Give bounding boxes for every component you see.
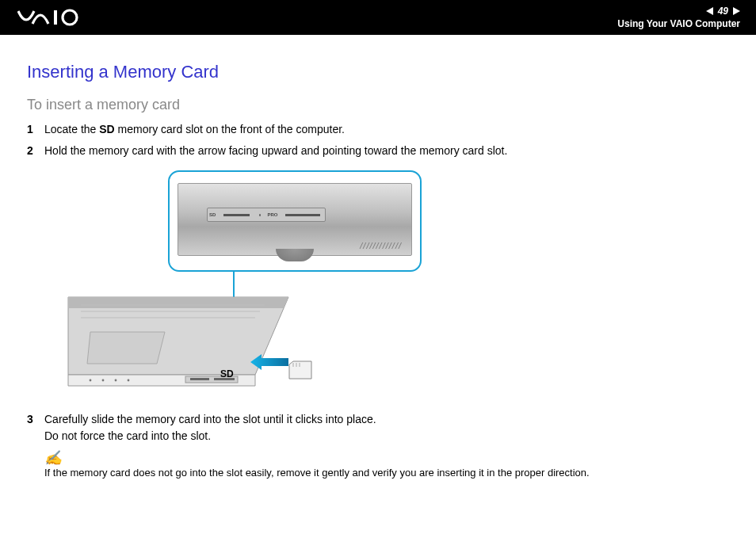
sd-callout-label: SD	[220, 368, 234, 380]
section-title: Using Your VAIO Computer	[617, 18, 740, 29]
svg-point-13	[102, 380, 105, 382]
latch-bump-icon	[276, 249, 314, 261]
svg-point-1	[63, 10, 77, 25]
step-text: Carefully slide the memory card into the…	[44, 411, 729, 444]
vaio-logo	[17, 8, 89, 27]
nav-next-icon[interactable]	[733, 7, 740, 15]
laptop-illustration	[67, 288, 360, 400]
step-item: 1 Locate the SD memory card slot on the …	[27, 121, 729, 138]
step-number: 1	[27, 121, 44, 138]
device-front-panel: SD PRO /////////////	[178, 183, 412, 256]
svg-point-15	[128, 380, 130, 382]
ridge-pattern-icon: /////////////	[360, 241, 402, 250]
pro-slot-icon	[285, 214, 320, 216]
figure-callout-box: SD PRO /////////////	[168, 170, 422, 272]
svg-point-14	[115, 380, 117, 382]
note-block: ✍ If the memory card does not go into th…	[44, 451, 729, 479]
step-text: Hold the memory card with the arrow faci…	[44, 143, 729, 159]
nav-prev-icon[interactable]	[706, 7, 713, 15]
page-number: 49	[718, 6, 728, 17]
page-nav: 49 Using Your VAIO Computer	[617, 6, 740, 29]
slot-label-pro: PRO	[267, 212, 277, 217]
figure: SD PRO /////////////	[67, 170, 479, 400]
heading-main: Inserting a Memory Card	[27, 62, 729, 82]
step-number: 2	[27, 143, 44, 159]
svg-rect-0	[54, 10, 57, 25]
step-item: 3 Carefully slide the memory card into t…	[27, 411, 729, 444]
svg-marker-3	[68, 297, 288, 308]
indicator-dot-icon	[259, 214, 261, 216]
note-text: If the memory card does not go into the …	[44, 467, 729, 479]
slot-label-sd: SD	[209, 212, 216, 217]
page-content: Inserting a Memory Card To insert a memo…	[0, 35, 756, 479]
svg-rect-10	[190, 378, 209, 380]
heading-sub: To insert a memory card	[27, 97, 729, 113]
sd-card-icon	[288, 360, 312, 380]
step-item: 2 Hold the memory card with the arrow fa…	[27, 143, 729, 159]
slot-panel: SD PRO	[207, 208, 326, 222]
steps-list: 1 Locate the SD memory card slot on the …	[27, 121, 729, 159]
insert-arrow-icon	[250, 354, 288, 373]
steps-list-continued: 3 Carefully slide the memory card into t…	[27, 411, 729, 444]
step-number: 3	[27, 411, 44, 444]
sd-slot-icon	[223, 214, 250, 216]
note-icon: ✍	[44, 451, 729, 465]
svg-marker-17	[289, 361, 311, 379]
svg-marker-7	[87, 332, 165, 364]
header-bar: 49 Using Your VAIO Computer	[0, 0, 756, 35]
step-text: Locate the SD memory card slot on the fr…	[44, 121, 729, 138]
svg-point-12	[90, 380, 92, 382]
svg-marker-16	[250, 354, 288, 370]
